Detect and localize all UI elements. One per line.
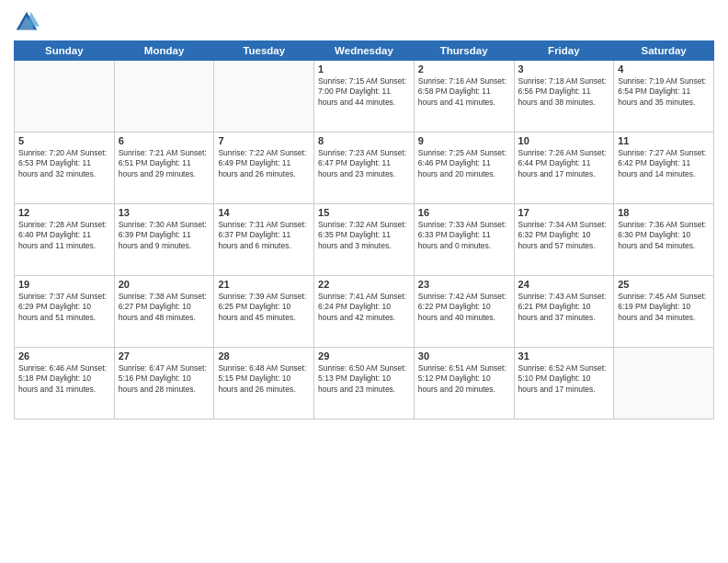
day-info: Sunrise: 7:41 AM Sunset: 6:24 PM Dayligh… [318,292,410,323]
day-number: 28 [218,350,310,362]
day-number: 22 [318,279,410,290]
day-info: Sunrise: 7:38 AM Sunset: 6:27 PM Dayligh… [119,292,210,323]
day-number: 8 [318,135,410,146]
day-cell: 19Sunrise: 7:37 AM Sunset: 6:29 PM Dayli… [15,276,115,348]
day-header-thursday: Thursday [414,41,514,61]
day-cell: 21Sunrise: 7:39 AM Sunset: 6:25 PM Dayli… [214,276,314,348]
day-info: Sunrise: 7:39 AM Sunset: 6:25 PM Dayligh… [218,292,310,323]
day-cell [15,61,115,132]
day-info: Sunrise: 7:28 AM Sunset: 6:40 PM Dayligh… [18,220,110,251]
day-cell: 22Sunrise: 7:41 AM Sunset: 6:24 PM Dayli… [314,276,415,348]
day-info: Sunrise: 7:26 AM Sunset: 6:44 PM Dayligh… [518,148,610,179]
week-row-4: 26Sunrise: 6:46 AM Sunset: 5:18 PM Dayli… [15,348,714,419]
day-number: 27 [119,350,210,362]
day-number: 5 [18,135,110,146]
day-header-tuesday: Tuesday [214,41,314,61]
day-number: 9 [418,135,510,146]
week-row-1: 5Sunrise: 7:20 AM Sunset: 6:53 PM Daylig… [15,132,714,204]
logo [14,9,43,35]
day-cell: 26Sunrise: 6:46 AM Sunset: 5:18 PM Dayli… [15,348,115,419]
day-info: Sunrise: 7:36 AM Sunset: 6:30 PM Dayligh… [618,220,710,251]
day-cell: 9Sunrise: 7:25 AM Sunset: 6:46 PM Daylig… [414,132,514,204]
day-cell: 27Sunrise: 6:47 AM Sunset: 5:16 PM Dayli… [114,348,214,419]
day-info: Sunrise: 7:30 AM Sunset: 6:39 PM Dayligh… [119,220,210,251]
day-header-saturday: Saturday [614,41,714,61]
day-info: Sunrise: 7:22 AM Sunset: 6:49 PM Dayligh… [218,148,310,179]
day-info: Sunrise: 7:34 AM Sunset: 6:32 PM Dayligh… [518,220,610,251]
day-number: 25 [618,279,710,290]
day-cell: 30Sunrise: 6:51 AM Sunset: 5:12 PM Dayli… [414,348,514,419]
day-number: 13 [119,207,210,218]
day-info: Sunrise: 6:50 AM Sunset: 5:13 PM Dayligh… [318,363,410,395]
day-info: Sunrise: 6:52 AM Sunset: 5:10 PM Dayligh… [518,363,610,395]
day-cell: 31Sunrise: 6:52 AM Sunset: 5:10 PM Dayli… [514,348,614,419]
day-number: 20 [119,279,210,290]
day-info: Sunrise: 7:21 AM Sunset: 6:51 PM Dayligh… [119,148,210,179]
day-info: Sunrise: 7:23 AM Sunset: 6:47 PM Dayligh… [318,148,410,179]
day-info: Sunrise: 6:48 AM Sunset: 5:15 PM Dayligh… [218,363,310,395]
day-cell: 11Sunrise: 7:27 AM Sunset: 6:42 PM Dayli… [614,132,714,204]
day-cell: 12Sunrise: 7:28 AM Sunset: 6:40 PM Dayli… [15,204,115,276]
day-header-monday: Monday [114,41,214,61]
day-number: 6 [119,135,210,146]
header-row: SundayMondayTuesdayWednesdayThursdayFrid… [15,41,714,61]
day-cell: 6Sunrise: 7:21 AM Sunset: 6:51 PM Daylig… [114,132,214,204]
day-info: Sunrise: 7:15 AM Sunset: 7:00 PM Dayligh… [318,76,410,108]
day-cell: 4Sunrise: 7:19 AM Sunset: 6:54 PM Daylig… [614,61,714,132]
day-number: 7 [218,135,310,146]
day-number: 1 [318,63,410,75]
day-cell: 1Sunrise: 7:15 AM Sunset: 7:00 PM Daylig… [314,61,415,132]
day-header-wednesday: Wednesday [314,41,415,61]
day-number: 12 [18,207,110,218]
day-cell [114,61,214,132]
day-number: 24 [518,279,610,290]
week-row-2: 12Sunrise: 7:28 AM Sunset: 6:40 PM Dayli… [15,204,714,276]
day-number: 3 [518,63,610,75]
day-cell: 10Sunrise: 7:26 AM Sunset: 6:44 PM Dayli… [514,132,614,204]
day-number: 23 [418,279,510,290]
week-row-3: 19Sunrise: 7:37 AM Sunset: 6:29 PM Dayli… [15,276,714,348]
day-cell: 3Sunrise: 7:18 AM Sunset: 6:56 PM Daylig… [514,61,614,132]
day-cell: 14Sunrise: 7:31 AM Sunset: 6:37 PM Dayli… [214,204,314,276]
day-header-friday: Friday [514,41,614,61]
day-number: 14 [218,207,310,218]
day-info: Sunrise: 6:51 AM Sunset: 5:12 PM Dayligh… [418,363,510,395]
day-info: Sunrise: 7:20 AM Sunset: 6:53 PM Dayligh… [18,148,110,179]
day-cell: 16Sunrise: 7:33 AM Sunset: 6:33 PM Dayli… [414,204,514,276]
day-cell: 5Sunrise: 7:20 AM Sunset: 6:53 PM Daylig… [15,132,115,204]
calendar-page: SundayMondayTuesdayWednesdayThursdayFrid… [0,0,728,563]
day-number: 16 [418,207,510,218]
day-info: Sunrise: 7:45 AM Sunset: 6:19 PM Dayligh… [618,292,710,323]
day-cell: 17Sunrise: 7:34 AM Sunset: 6:32 PM Dayli… [514,204,614,276]
day-info: Sunrise: 6:47 AM Sunset: 5:16 PM Dayligh… [119,363,210,395]
header [14,9,714,35]
day-cell: 25Sunrise: 7:45 AM Sunset: 6:19 PM Dayli… [614,276,714,348]
day-info: Sunrise: 7:25 AM Sunset: 6:46 PM Dayligh… [418,148,510,179]
day-cell: 24Sunrise: 7:43 AM Sunset: 6:21 PM Dayli… [514,276,614,348]
day-cell [614,348,714,419]
day-cell: 13Sunrise: 7:30 AM Sunset: 6:39 PM Dayli… [114,204,214,276]
day-number: 30 [418,350,510,362]
day-info: Sunrise: 7:27 AM Sunset: 6:42 PM Dayligh… [618,148,710,179]
day-header-sunday: Sunday [15,41,115,61]
day-number: 15 [318,207,410,218]
day-number: 2 [418,63,510,75]
day-cell: 7Sunrise: 7:22 AM Sunset: 6:49 PM Daylig… [214,132,314,204]
day-cell: 28Sunrise: 6:48 AM Sunset: 5:15 PM Dayli… [214,348,314,419]
day-info: Sunrise: 7:43 AM Sunset: 6:21 PM Dayligh… [518,292,610,323]
calendar-table: SundayMondayTuesdayWednesdayThursdayFrid… [14,40,714,419]
day-number: 19 [18,279,110,290]
day-info: Sunrise: 7:32 AM Sunset: 6:35 PM Dayligh… [318,220,410,251]
day-info: Sunrise: 6:46 AM Sunset: 5:18 PM Dayligh… [18,363,110,395]
day-number: 10 [518,135,610,146]
day-number: 26 [18,350,110,362]
day-number: 21 [218,279,310,290]
day-info: Sunrise: 7:18 AM Sunset: 6:56 PM Dayligh… [518,76,610,108]
day-number: 4 [618,63,710,75]
day-cell: 29Sunrise: 6:50 AM Sunset: 5:13 PM Dayli… [314,348,415,419]
day-info: Sunrise: 7:33 AM Sunset: 6:33 PM Dayligh… [418,220,510,251]
logo-icon [14,9,40,35]
day-number: 29 [318,350,410,362]
day-info: Sunrise: 7:31 AM Sunset: 6:37 PM Dayligh… [218,220,310,251]
day-cell [214,61,314,132]
